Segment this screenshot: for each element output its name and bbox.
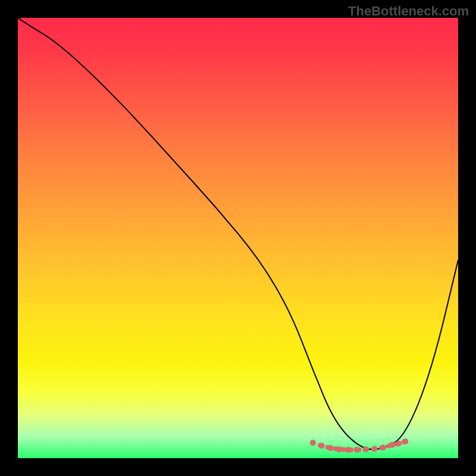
plot-area [18, 18, 458, 458]
svg-point-7 [371, 446, 377, 452]
svg-point-11 [402, 439, 408, 444]
svg-point-8 [380, 444, 386, 450]
curve-line [18, 18, 458, 449]
svg-point-6 [363, 446, 369, 452]
svg-point-1 [319, 443, 325, 449]
svg-point-9 [389, 442, 395, 448]
svg-point-4 [345, 447, 351, 453]
watermark-text: TheBottleneck.com [348, 4, 469, 19]
svg-point-10 [396, 441, 402, 447]
svg-point-2 [327, 445, 333, 451]
svg-point-5 [354, 447, 360, 453]
svg-point-0 [310, 440, 316, 446]
svg-point-3 [336, 446, 342, 452]
chart-svg [18, 18, 458, 458]
